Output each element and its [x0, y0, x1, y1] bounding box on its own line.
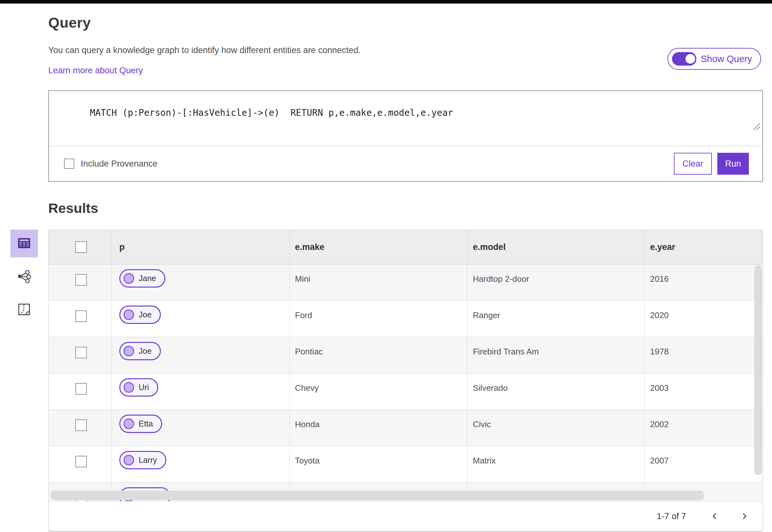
cell-model: Ranger [467, 301, 645, 337]
table-row: Uri Chevy Silverado 2003 [49, 373, 763, 410]
row-checkbox[interactable] [75, 383, 87, 395]
cell-year: 1978 [645, 337, 763, 357]
entity-dot-icon [124, 346, 134, 356]
column-header-model[interactable]: e.model [467, 230, 645, 264]
cell-make: Pontiac [290, 337, 467, 373]
entity-label: Joe [139, 346, 152, 356]
cell-model: Firebird Trans Am [467, 337, 645, 373]
pagination-bar: 1-7 of 7 [48, 501, 763, 531]
entity-pill[interactable]: Jane [119, 269, 165, 288]
table-row: Joe Pontiac Firebird Trans Am 1978 [49, 337, 763, 373]
vertical-scrollbar[interactable] [754, 265, 762, 475]
top-black-bar [0, 0, 772, 4]
tab-link-chart-view[interactable] [10, 263, 38, 290]
map-icon [17, 302, 31, 317]
clear-button[interactable]: Clear [674, 153, 712, 175]
entity-dot-icon [124, 309, 134, 320]
entity-dot-icon [124, 382, 134, 393]
view-switcher [10, 230, 38, 324]
cell-make: Chevy [290, 373, 467, 409]
cell-make: Mini [290, 264, 467, 300]
table-header-row: p e.make e.model e.year [49, 230, 763, 264]
cell-model: Civic [467, 410, 645, 446]
cell-model: Hardtop 2-door [467, 264, 645, 300]
header-checkbox-cell [49, 230, 112, 264]
chevron-left-icon[interactable] [710, 511, 720, 521]
cell-model: Matrix [467, 446, 645, 482]
toggle-knob [685, 53, 696, 65]
entity-label: Etta [139, 419, 153, 428]
show-query-toggle[interactable]: Show Query [667, 48, 761, 70]
query-textarea[interactable]: MATCH (p:Person)-[:HasVehicle]->(e) RETU… [49, 91, 762, 146]
cell-year: 2007 [645, 446, 763, 466]
query-toolbar-buttons: Clear Run [674, 153, 749, 175]
entity-label: Larry [139, 455, 157, 465]
entity-label: Joe [139, 310, 152, 319]
column-header-make[interactable]: e.make [290, 230, 467, 264]
show-query-label: Show Query [701, 54, 752, 64]
cell-year: 2016 [645, 264, 763, 284]
query-toolbar: Include Provenance Clear Run [49, 146, 762, 181]
tab-map-view[interactable] [10, 296, 38, 324]
results-table: p e.make e.model e.year Jane Mini Hardto… [48, 230, 763, 501]
entity-pill[interactable]: Joe [119, 342, 161, 360]
column-header-year[interactable]: e.year [645, 242, 763, 252]
pagination-range-label: 1-7 of 7 [657, 511, 686, 521]
toggle-switch-icon [672, 52, 696, 66]
include-provenance-label: Include Provenance [81, 159, 158, 169]
page-content: Query You can query a knowledge graph to… [0, 14, 772, 531]
horizontal-scrollbar[interactable] [50, 491, 704, 500]
entity-dot-icon [124, 455, 134, 465]
cell-make: Ford [290, 301, 467, 337]
entity-dot-icon [124, 273, 134, 284]
link-chart-icon [17, 269, 32, 285]
page-description: You can query a knowledge graph to ident… [48, 45, 361, 55]
table-icon [16, 235, 32, 252]
cell-model: Silverado [467, 373, 645, 409]
query-editor-panel: MATCH (p:Person)-[:HasVehicle]->(e) RETU… [48, 90, 763, 182]
entity-pill[interactable]: Etta [119, 415, 162, 433]
table-row: Etta Honda Civic 2002 [49, 410, 763, 446]
query-header-text: Query You can query a knowledge graph to… [48, 14, 361, 76]
query-header: Query You can query a knowledge graph to… [48, 14, 763, 76]
table-row: Larry Toyota Matrix 2007 [49, 446, 763, 482]
entity-pill[interactable]: Larry [119, 451, 166, 469]
tab-table-view[interactable] [10, 230, 38, 257]
query-text: MATCH (p:Person)-[:HasVehicle]->(e) RETU… [90, 107, 453, 118]
column-header-p[interactable]: p [112, 230, 290, 264]
table-row: Joe Ford Ranger 2020 [49, 301, 763, 337]
select-all-checkbox[interactable] [75, 241, 87, 253]
cell-year: 2020 [645, 301, 763, 320]
row-checkbox[interactable] [75, 274, 87, 286]
results-title: Results [48, 200, 763, 216]
entity-label: Jane [139, 274, 156, 283]
cell-make: Honda [290, 410, 467, 446]
cell-year: 2003 [645, 373, 763, 393]
row-checkbox[interactable] [75, 310, 87, 322]
page-title: Query [48, 14, 361, 31]
chevron-right-icon[interactable] [740, 511, 749, 521]
row-checkbox[interactable] [75, 456, 87, 467]
cell-make: Toyota [290, 446, 467, 482]
row-checkbox[interactable] [75, 419, 87, 431]
resize-handle-icon[interactable] [709, 112, 761, 144]
entity-pill[interactable]: Uri [119, 378, 158, 397]
entity-dot-icon [124, 418, 134, 429]
learn-more-link[interactable]: Learn more about Query [48, 66, 143, 76]
cell-year: 2002 [645, 410, 763, 429]
table-row: Jane Mini Hardtop 2-door 2016 [49, 264, 763, 301]
include-provenance-checkbox[interactable] [64, 159, 74, 169]
entity-pill[interactable]: Joe [119, 306, 161, 324]
entity-label: Uri [139, 383, 149, 392]
results-area: p e.make e.model e.year Jane Mini Hardto… [48, 230, 763, 531]
row-checkbox[interactable] [75, 347, 87, 358]
run-button[interactable]: Run [717, 153, 749, 175]
